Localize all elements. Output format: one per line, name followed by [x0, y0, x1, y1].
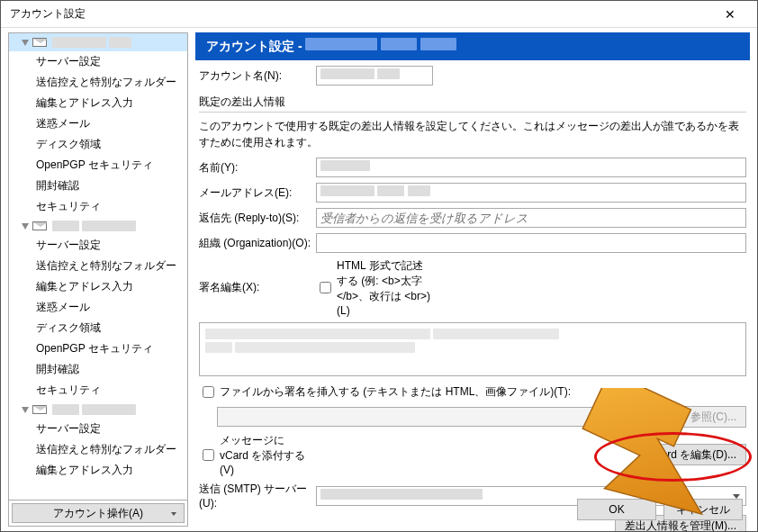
- mail-icon: [32, 38, 47, 47]
- tree-item[interactable]: 送信控えと特別なフォルダー: [9, 439, 187, 460]
- sig-html-checkbox[interactable]: [320, 282, 331, 293]
- tree-item[interactable]: 開封確認: [9, 359, 187, 380]
- signature-label: 署名編集(X):: [199, 280, 316, 295]
- close-button[interactable]: ✕: [712, 1, 748, 28]
- name-input[interactable]: [316, 158, 746, 177]
- tree-item[interactable]: 迷惑メール: [9, 297, 187, 318]
- chevron-down-icon: [22, 223, 29, 230]
- signature-textarea[interactable]: [199, 322, 746, 376]
- dialog-body: サーバー設定 送信控えと特別なフォルダー 編集とアドレス入力 迷惑メール ディス…: [1, 28, 757, 531]
- tree-item[interactable]: 送信控えと特別なフォルダー: [9, 256, 187, 276]
- tree-item[interactable]: サーバー設定: [9, 51, 187, 72]
- tree-item[interactable]: OpenPGP セキュリティ: [9, 338, 187, 359]
- tree-item[interactable]: サーバー設定: [9, 235, 187, 256]
- mail-icon: [32, 221, 47, 230]
- email-label: メールアドレス(E):: [199, 185, 316, 201]
- titlebar: アカウント設定 ✕: [1, 1, 757, 28]
- account-settings-window: アカウント設定 ✕ サーバー設定 送信控えと特別なフォルダー 編集とアドレス入力…: [0, 0, 758, 532]
- sig-html-checkbox-wrap[interactable]: HTML 形式で記述する (例: <b>太字</b>、改行は <br>)(L): [316, 258, 433, 317]
- email-input[interactable]: [316, 183, 746, 203]
- account-node[interactable]: [9, 401, 187, 419]
- account-operations-button[interactable]: アカウント操作(A): [12, 503, 185, 523]
- tree-item[interactable]: 編集とアドレス入力: [9, 276, 187, 297]
- tree-item[interactable]: 迷惑メール: [9, 113, 187, 134]
- edit-vcard-button[interactable]: vCard を編集(D)...: [638, 444, 746, 465]
- close-icon: ✕: [725, 7, 735, 22]
- cancel-button[interactable]: キャンセル: [663, 499, 743, 520]
- sig-file-checkbox[interactable]: [203, 386, 214, 398]
- window-title: アカウント設定: [10, 6, 712, 22]
- tree-item[interactable]: ディスク領域: [9, 318, 187, 338]
- replyto-input[interactable]: [316, 208, 746, 228]
- account-node[interactable]: [9, 217, 187, 235]
- name-label: 名前(Y):: [199, 160, 316, 176]
- browse-button[interactable]: 参照(C)...: [681, 406, 746, 428]
- org-label: 組織 (Organization)(O):: [199, 236, 316, 251]
- panel-banner: アカウント設定 -: [195, 32, 750, 60]
- sig-file-path-input: [217, 407, 675, 427]
- tree-item[interactable]: ディスク領域: [9, 134, 187, 155]
- tree-item[interactable]: OpenPGP セキュリティ: [9, 155, 187, 176]
- dialog-button-row: OK キャンセル: [577, 499, 743, 520]
- account-label: [52, 221, 79, 231]
- chevron-down-icon: [22, 40, 29, 46]
- org-input[interactable]: [316, 233, 746, 253]
- tree-item[interactable]: セキュリティ: [9, 380, 187, 401]
- account-name-row: アカウント名(N):: [199, 66, 746, 86]
- tree-item[interactable]: 編集とアドレス入力: [9, 460, 187, 481]
- account-ops-bar: アカウント操作(A): [9, 500, 187, 526]
- default-identity-heading: 既定の差出人情報: [199, 95, 746, 110]
- ok-button[interactable]: OK: [577, 499, 656, 520]
- account-tree-sidebar: サーバー設定 送信控えと特別なフォルダー 編集とアドレス入力 迷惑メール ディス…: [8, 32, 188, 527]
- account-label: [52, 404, 79, 415]
- account-label: [52, 37, 106, 48]
- tree-item[interactable]: 開封確認: [9, 176, 187, 196]
- tree-item[interactable]: 送信控えと特別なフォルダー: [9, 72, 187, 93]
- mail-icon: [32, 405, 47, 414]
- tree-item[interactable]: 編集とアドレス入力: [9, 93, 187, 113]
- account-name-input[interactable]: [316, 66, 433, 86]
- vcard-checkbox[interactable]: [203, 449, 214, 461]
- chevron-down-icon: [22, 407, 29, 413]
- vcard-checkbox-wrap[interactable]: メッセージに vCard を添付する(V): [199, 433, 316, 476]
- sig-file-checkbox-wrap[interactable]: ファイルから署名を挿入する (テキストまたは HTML、画像ファイル)(T):: [199, 383, 746, 401]
- account-node[interactable]: [9, 33, 187, 51]
- account-name-label: アカウント名(N):: [199, 68, 316, 84]
- smtp-label: 送信 (SMTP) サーバー(U):: [199, 482, 316, 509]
- replyto-label: 返信先 (Reply-to)(S):: [199, 211, 316, 226]
- tree-item[interactable]: セキュリティ: [9, 196, 187, 217]
- account-tree[interactable]: サーバー設定 送信控えと特別なフォルダー 編集とアドレス入力 迷惑メール ディス…: [9, 33, 187, 500]
- default-identity-desc: このアカウントで使用する既定の差出人情報を設定してください。これはメッセージの差…: [199, 118, 746, 150]
- tree-item[interactable]: サーバー設定: [9, 419, 187, 439]
- main-panel: アカウント設定 - アカウント名(N): 既定の差出人情報 このアカウントで使用…: [193, 28, 757, 531]
